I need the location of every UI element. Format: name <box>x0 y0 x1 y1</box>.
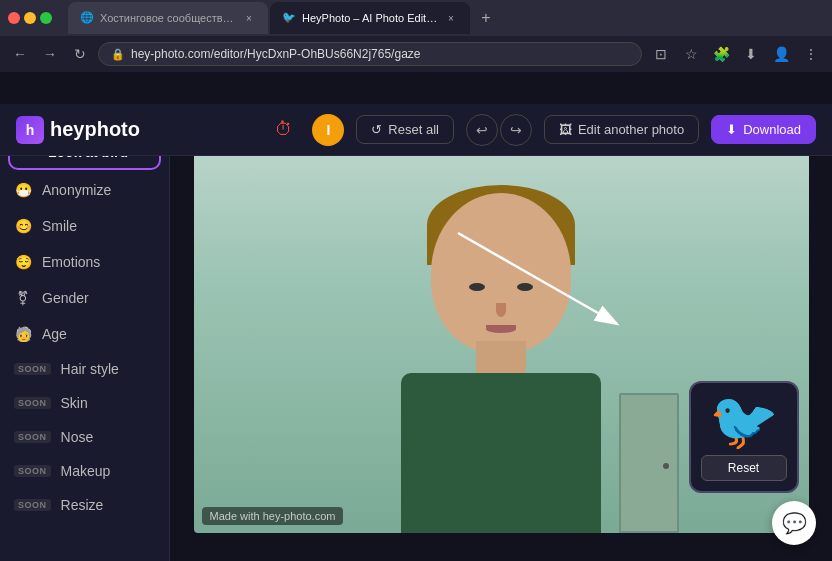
browser-icons: ⊡ ☆ 🧩 ⬇ 👤 ⋮ <box>648 41 824 67</box>
bird-overlay: 🐦 Reset <box>689 381 799 493</box>
sidebar-item-resize[interactable]: SOON Resize <box>0 488 169 522</box>
smile-icon: 😊 <box>14 217 32 235</box>
soon-badge-makeup: SOON <box>14 465 51 477</box>
soon-badge-hairstyle: SOON <box>14 363 51 375</box>
sidebar-item-anonymize[interactable]: 😷 Anonymize <box>0 172 169 208</box>
person-nose <box>496 303 506 317</box>
url-bar[interactable]: 🔒 hey-photo.com/editor/HycDxnP-OhBUs66N2… <box>98 42 642 66</box>
forward-button[interactable]: → <box>38 42 62 66</box>
edit-another-label: Edit another photo <box>578 122 684 137</box>
app-header: h heyphoto ⏱ I ↺ Reset all ↩ ↪ 🖼 Edit an… <box>0 104 832 156</box>
soon-badge-nose: SOON <box>14 431 51 443</box>
address-bar: ← → ↻ 🔒 hey-photo.com/editor/HycDxnP-OhB… <box>0 36 832 72</box>
tab-title-1: Хостинговое сообщество «Ti... <box>100 12 236 24</box>
sidebar-label-age: Age <box>42 326 67 342</box>
timer-button[interactable]: ⏱ <box>268 114 300 146</box>
anonymize-icon: 😷 <box>14 181 32 199</box>
photo-background: 🐦 Reset Made with hey-photo.com <box>194 153 809 533</box>
emotions-icon: 😌 <box>14 253 32 271</box>
sidebar-label-resize: Resize <box>61 497 104 513</box>
age-icon: 🧓 <box>14 325 32 343</box>
new-tab-button[interactable]: + <box>472 4 500 32</box>
download-label: Download <box>743 122 801 137</box>
chat-button[interactable]: 💬 <box>772 501 816 545</box>
redo-button[interactable]: ↪ <box>500 114 532 146</box>
back-button[interactable]: ← <box>8 42 32 66</box>
sidebar-label-smile: Smile <box>42 218 77 234</box>
user-avatar: I <box>312 114 344 146</box>
logo-icon: h <box>16 116 44 144</box>
watermark: Made with hey-photo.com <box>202 507 344 525</box>
sidebar: 👁 Look at bird 😷 Anonymize 😊 Smile 😌 Emo… <box>0 124 170 561</box>
sidebar-item-skin[interactable]: SOON Skin <box>0 386 169 420</box>
minimize-window-button[interactable] <box>24 12 36 24</box>
sidebar-item-age[interactable]: 🧓 Age <box>0 316 169 352</box>
browser-chrome: 🌐 Хостинговое сообщество «Ti... × 🐦 HeyP… <box>0 0 832 72</box>
app-container: h heyphoto ⏱ I ↺ Reset all ↩ ↪ 🖼 Edit an… <box>0 72 832 561</box>
photo-canvas: 🐦 Reset Made with hey-photo.com <box>194 153 809 533</box>
person-eye-left <box>469 283 485 291</box>
tab-favicon-2: 🐦 <box>282 11 296 25</box>
sidebar-item-smile[interactable]: 😊 Smile <box>0 208 169 244</box>
tab-title-2: HeyPhoto – AI Photo Editor On... <box>302 12 438 24</box>
download-icon: ⬇ <box>726 122 737 137</box>
sidebar-label-gender: Gender <box>42 290 89 306</box>
sidebar-item-hairstyle[interactable]: SOON Hair style <box>0 352 169 386</box>
person-eye-right <box>517 283 533 291</box>
sidebar-label-nose: Nose <box>61 429 94 445</box>
person-mouth <box>486 325 516 333</box>
sidebar-item-emotions[interactable]: 😌 Emotions <box>0 244 169 280</box>
sidebar-item-gender[interactable]: ⚧ Gender <box>0 280 169 316</box>
logo-text: heyphoto <box>50 118 140 141</box>
browser-tab-1[interactable]: 🌐 Хостинговое сообщество «Ti... × <box>68 2 268 34</box>
sidebar-label-hairstyle: Hair style <box>61 361 119 377</box>
reset-all-button[interactable]: ↺ Reset all <box>356 115 454 144</box>
tab-favicon-1: 🌐 <box>80 11 94 25</box>
maximize-window-button[interactable] <box>40 12 52 24</box>
bird-emoji: 🐦 <box>709 393 779 449</box>
chat-icon: 💬 <box>782 511 807 535</box>
download-icon[interactable]: ⬇ <box>738 41 764 67</box>
menu-icon[interactable]: ⋮ <box>798 41 824 67</box>
bookmark-icon[interactable]: ☆ <box>678 41 704 67</box>
person-body <box>401 373 601 533</box>
logo: h heyphoto <box>16 116 140 144</box>
door-handle <box>663 463 669 469</box>
person-head <box>431 193 571 353</box>
cast-icon[interactable]: ⊡ <box>648 41 674 67</box>
undo-button[interactable]: ↩ <box>466 114 498 146</box>
sidebar-item-makeup[interactable]: SOON Makeup <box>0 454 169 488</box>
soon-badge-resize: SOON <box>14 499 51 511</box>
browser-tab-2[interactable]: 🐦 HeyPhoto – AI Photo Editor On... × <box>270 2 470 34</box>
undo-redo-group: ↩ ↪ <box>466 114 532 146</box>
sidebar-label-makeup: Makeup <box>61 463 111 479</box>
sidebar-item-nose[interactable]: SOON Nose <box>0 420 169 454</box>
edit-another-icon: 🖼 <box>559 122 572 137</box>
url-text: hey-photo.com/editor/HycDxnP-OhBUs66N2j7… <box>131 47 420 61</box>
browser-titlebar: 🌐 Хостинговое сообщество «Ti... × 🐦 HeyP… <box>0 0 832 36</box>
edit-another-button[interactable]: 🖼 Edit another photo <box>544 115 699 144</box>
reset-all-icon: ↺ <box>371 122 382 137</box>
tab-bar: 🌐 Хостинговое сообщество «Ti... × 🐦 HeyP… <box>60 2 508 34</box>
main-content: 🐦 Reset Made with hey-photo.com 💬 <box>170 124 832 561</box>
reset-all-label: Reset all <box>388 122 439 137</box>
sidebar-label-emotions: Emotions <box>42 254 100 270</box>
extension-icon[interactable]: 🧩 <box>708 41 734 67</box>
tab-close-2[interactable]: × <box>444 11 458 25</box>
tab-close-1[interactable]: × <box>242 11 256 25</box>
download-button[interactable]: ⬇ Download <box>711 115 816 144</box>
sidebar-label-skin: Skin <box>61 395 88 411</box>
soon-badge-skin: SOON <box>14 397 51 409</box>
window-controls <box>8 12 52 24</box>
sidebar-label-anonymize: Anonymize <box>42 182 111 198</box>
close-window-button[interactable] <box>8 12 20 24</box>
person-figure <box>371 173 631 533</box>
bird-reset-button[interactable]: Reset <box>701 455 787 481</box>
gender-icon: ⚧ <box>14 289 32 307</box>
refresh-button[interactable]: ↻ <box>68 42 92 66</box>
profile-icon[interactable]: 👤 <box>768 41 794 67</box>
